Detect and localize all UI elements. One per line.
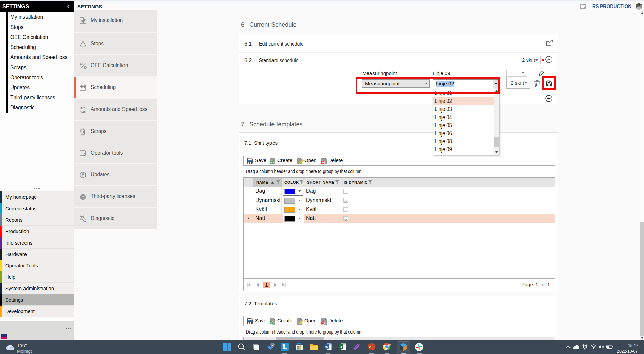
svg-text:W: W	[325, 345, 329, 349]
svg-text:P: P	[369, 345, 371, 349]
svg-text:2: 2	[271, 343, 273, 346]
svg-text:X: X	[340, 345, 342, 349]
